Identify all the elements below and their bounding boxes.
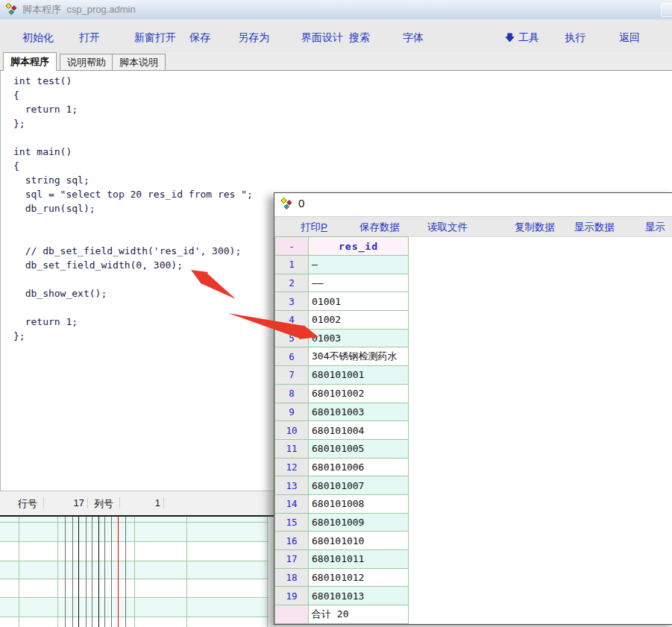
value-cell[interactable]: 01002: [309, 311, 409, 330]
grid-vline: [19, 517, 19, 627]
popup-titlebar[interactable]: 0: [274, 193, 672, 216]
row-number-cell: 9: [275, 403, 309, 421]
toolbar-save-as-button[interactable]: 另存为: [238, 31, 269, 45]
grid-vline: [118, 517, 119, 627]
value-cell[interactable]: —: [309, 256, 409, 274]
table-row[interactable]: 16680101010: [275, 532, 409, 550]
header-corner-cell[interactable]: -: [275, 237, 309, 256]
row-number-cell: 12: [275, 458, 309, 476]
value-cell[interactable]: 680101001: [309, 366, 409, 385]
result-table-window: 0 打印P 保存数据 读取文件 复制数据 显示数据 显示 - res_id 1—…: [274, 192, 672, 625]
value-cell[interactable]: 680101009: [309, 513, 409, 532]
grid-vline: [186, 517, 187, 627]
table-row[interactable]: 14680101008: [275, 494, 409, 513]
popup-save-data-button[interactable]: 保存数据: [359, 221, 400, 234]
row-number-cell: 2: [275, 274, 309, 292]
value-cell[interactable]: 680101010: [309, 532, 409, 550]
row-number-cell: 15: [275, 513, 309, 532]
row-number-cell: 17: [275, 550, 309, 569]
value-cell[interactable]: 01003: [309, 329, 409, 347]
table-row[interactable]: 8680101002: [275, 384, 409, 403]
table-row[interactable]: 11680101005: [275, 439, 409, 458]
table-row[interactable]: 2——: [275, 274, 409, 292]
tab-help[interactable]: 说明帮助: [60, 54, 113, 70]
popup-toolbar: 打印P 保存数据 读取文件 复制数据 显示数据 显示: [274, 216, 672, 237]
app-diamond-icon: [280, 198, 294, 211]
table-row[interactable]: 6304不锈钢检测药水: [275, 347, 409, 366]
table-row[interactable]: 12680101006: [275, 458, 409, 476]
value-cell[interactable]: 680101004: [309, 421, 409, 440]
popup-show-data-button[interactable]: 显示数据: [574, 221, 615, 234]
code-text: int test() { return 1; }; int main() { s…: [13, 74, 253, 343]
table-row[interactable]: 13680101007: [275, 476, 409, 495]
titlebar[interactable]: 脚本程序 csp_prog.admin: [0, 0, 672, 20]
table-row[interactable]: 18680101012: [275, 568, 409, 587]
table-total-row: 合计 20: [275, 605, 409, 624]
toolbar-open-new-window-button[interactable]: 新窗打开: [134, 31, 176, 45]
value-cell[interactable]: 680101012: [309, 568, 409, 587]
value-cell[interactable]: 680101003: [309, 403, 409, 421]
grid-vline: [125, 517, 126, 627]
table-row[interactable]: 7680101001: [275, 366, 409, 385]
row-number-cell: 18: [275, 568, 309, 587]
window-title: 脚本程序 csp_prog.admin: [22, 0, 136, 19]
grid-vline: [98, 517, 99, 627]
value-cell[interactable]: 680101008: [309, 494, 409, 513]
value-cell[interactable]: ——: [309, 274, 409, 292]
toolbar-search-button[interactable]: 搜索: [349, 31, 370, 45]
header-res-id-cell[interactable]: res_id: [309, 237, 409, 256]
value-cell[interactable]: 680101005: [309, 439, 409, 458]
app-diamond-icon: [5, 3, 19, 16]
row-number-cell: 3: [275, 292, 309, 311]
value-cell[interactable]: 680101006: [309, 458, 409, 476]
grid-vline: [134, 517, 135, 627]
toolbar-ui-design-button[interactable]: 界面设计: [301, 31, 343, 45]
grid-vline: [267, 517, 268, 627]
popup-show-partial-button[interactable]: 显示: [645, 221, 665, 234]
value-cell[interactable]: 680101013: [309, 587, 409, 605]
popup-read-file-button[interactable]: 读取文件: [427, 221, 468, 234]
value-cell[interactable]: 01001: [309, 292, 409, 311]
value-cell[interactable]: 680101002: [309, 384, 409, 403]
row-number-cell: 4: [275, 311, 309, 330]
table-row[interactable]: 19680101013: [275, 587, 409, 605]
toolbar-open-button[interactable]: 打开: [79, 31, 100, 45]
tab-script-description[interactable]: 脚本说明: [112, 54, 166, 70]
table-row[interactable]: 301001: [275, 292, 409, 311]
table-row[interactable]: 15680101009: [275, 513, 409, 532]
tab-bar: 脚本程序 说明帮助 脚本说明: [0, 52, 672, 71]
table-row[interactable]: 10680101004: [275, 421, 409, 440]
row-number-cell: 16: [275, 532, 309, 550]
grid-vline: [111, 517, 112, 627]
toolbar-run-button[interactable]: 执行: [565, 31, 585, 45]
table-header-row: - res_id: [275, 237, 409, 256]
popup-print-label: 打印: [301, 221, 321, 233]
row-number-cell: 7: [275, 366, 309, 385]
row-number-cell: 14: [275, 494, 309, 513]
row-number-cell: 5: [275, 329, 309, 347]
table-row[interactable]: 501003: [275, 329, 409, 347]
tab-script-program[interactable]: 脚本程序: [3, 52, 57, 71]
toolbar-return-button[interactable]: 返回: [619, 31, 640, 45]
value-cell[interactable]: 304不锈钢检测药水: [309, 347, 409, 366]
popup-print-button[interactable]: 打印P: [301, 221, 327, 234]
grid-vline: [92, 517, 92, 627]
table-row[interactable]: 9680101003: [275, 403, 409, 421]
arrow-down-icon: [505, 33, 515, 45]
value-cell[interactable]: 680101011: [309, 550, 409, 569]
row-number-cell: 10: [275, 421, 309, 440]
row-number-cell: 1: [275, 256, 309, 274]
result-table: - res_id 1— 2—— 301001 401002 501003 630…: [274, 236, 409, 624]
toolbar-init-button[interactable]: 初始化: [22, 31, 54, 45]
window-control-button[interactable]: [661, 2, 672, 17]
toolbar-save-button[interactable]: 保存: [189, 31, 210, 45]
value-cell[interactable]: 680101007: [309, 476, 409, 495]
total-cell: 合计 20: [309, 605, 409, 624]
row-number-cell: 13: [275, 476, 309, 495]
table-row[interactable]: 401002: [275, 311, 409, 330]
table-row[interactable]: 17680101011: [275, 550, 409, 569]
popup-copy-data-button[interactable]: 复制数据: [515, 221, 555, 234]
table-row[interactable]: 1—: [275, 256, 409, 274]
toolbar-font-button[interactable]: 字体: [403, 31, 424, 45]
toolbar-tools-button[interactable]: 工具: [505, 31, 539, 45]
